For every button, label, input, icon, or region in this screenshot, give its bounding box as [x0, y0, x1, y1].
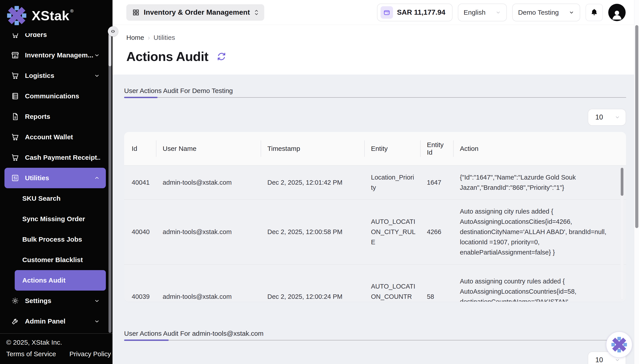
window-scrollbar[interactable]	[634, 0, 639, 364]
app-switcher-label: Inventory & Order Management	[144, 8, 250, 16]
tab-underline	[124, 340, 626, 341]
table-header-row: Id User Name Timestamp Entity Entity Id …	[124, 132, 626, 165]
xstak-widget-badge[interactable]	[606, 332, 632, 358]
section-admin-tools-audit: User Actions Audit For admin-tools@xstak…	[124, 330, 626, 364]
sidebar-scrollbar-thumb[interactable]	[109, 33, 111, 66]
sidebar-item-bulk-process-jobs[interactable]: Bulk Process Jobs	[0, 229, 106, 250]
wallet-balance[interactable]: SAR 11,177.94	[377, 4, 453, 21]
sidebar-item-settings[interactable]: Settings	[0, 290, 106, 311]
chevron-down-icon	[94, 72, 100, 79]
breadcrumb-utilities[interactable]: Utilities	[153, 34, 175, 42]
sidebar-item-cash-payment-receipt[interactable]: Cash Payment Receipt...	[0, 147, 106, 168]
cell-action: Auto assigning city rules added { AutoAs…	[460, 206, 608, 258]
sidebar-footer: © 2025, XStak Inc. Terms of Service Priv…	[0, 333, 113, 364]
chevron-down-icon	[495, 10, 501, 15]
page-size-select[interactable]: 10	[588, 109, 626, 126]
column-header-id[interactable]: Id	[124, 132, 156, 165]
section-demo-testing-audit: User Actions Audit For Demo Testing 10 I…	[124, 87, 626, 302]
tab-user-actions-audit-admin-tools[interactable]: User Actions Audit For admin-tools@xstak…	[124, 330, 264, 337]
breadcrumb-chevron-icon: ›	[148, 34, 150, 42]
tab-divider-line	[124, 340, 626, 340]
table-row[interactable]: 40039 admin-tools@xstak.com Dec 2, 2025,…	[124, 264, 626, 302]
column-header-user-name[interactable]: User Name	[156, 132, 261, 165]
sidebar-item-account-wallet[interactable]: Account Wallet	[0, 127, 106, 147]
notifications-button[interactable]	[585, 4, 603, 21]
column-header-entity[interactable]: Entity	[364, 132, 420, 165]
cell-timestamp: Dec 2, 2025, 12:00:58 PM	[267, 227, 360, 237]
tenant-value: Demo Testing	[518, 9, 559, 16]
terms-of-service-link[interactable]: Terms of Service	[6, 350, 56, 358]
active-tab-indicator	[124, 340, 169, 341]
cell-timestamp: Dec 2, 2025, 12:01:42 PM	[267, 178, 360, 188]
chevron-up-icon	[94, 175, 100, 181]
tenant-select[interactable]: Demo Testing	[512, 4, 580, 21]
cell-entity-id: 1647	[427, 178, 449, 188]
chevron-down-icon	[94, 52, 100, 58]
app-switcher[interactable]: Inventory & Order Management	[126, 4, 264, 21]
column-header-entity-id[interactable]: Entity Id	[420, 132, 453, 165]
collapse-sidebar-icon	[110, 29, 116, 34]
language-value: English	[464, 9, 486, 16]
cell-id: 40041	[132, 178, 150, 188]
cell-user-name: admin-tools@xstak.com	[163, 178, 256, 188]
registered-mark: ®	[70, 8, 74, 13]
table-scrollbar-thumb[interactable]	[621, 168, 623, 196]
chevron-down-icon	[94, 298, 100, 304]
page-size-value: 10	[595, 113, 603, 121]
sidebar-scrollbar[interactable]	[109, 33, 111, 333]
sidebar-item-admin-panel[interactable]: Admin Panel	[0, 311, 106, 332]
cell-entity-id: 58	[427, 292, 449, 302]
column-header-action[interactable]: Action	[453, 132, 626, 165]
grid-icon	[132, 9, 140, 16]
sidebar-item-inventory-management[interactable]: Inventory Managem...	[0, 45, 106, 66]
breadcrumb: Home › Utilities	[126, 34, 639, 42]
breadcrumb-home[interactable]: Home	[126, 34, 144, 42]
sidebar-item-logistics[interactable]: Logistics	[0, 66, 106, 86]
sidebar-item-sku-search[interactable]: SKU Search	[0, 188, 106, 209]
window-scrollbar-thumb[interactable]	[635, 25, 638, 228]
cell-user-name: admin-tools@xstak.com	[163, 292, 256, 302]
sidebar-collapse-button[interactable]	[108, 26, 118, 36]
sidebar-item-communications[interactable]: Communications	[0, 86, 106, 106]
table-row[interactable]: 40040 admin-tools@xstak.com Dec 2, 2025,…	[124, 199, 626, 264]
cell-entity: AUTO_LOCATION_COUNTRY_RULE	[371, 282, 416, 302]
bell-icon	[590, 8, 598, 17]
content-area: User Actions Audit For Demo Testing 10 I…	[113, 74, 639, 364]
chevron-down-icon	[569, 10, 574, 15]
sidebar: XStak® Orders Inventory Managem... Logis…	[0, 0, 113, 364]
sidebar-item-reports[interactable]: Reports	[0, 106, 106, 127]
column-header-timestamp[interactable]: Timestamp	[261, 132, 364, 165]
table-scrollbar[interactable]	[620, 167, 624, 300]
topbar-right: SAR 11,177.94 English Demo Testing	[377, 4, 626, 21]
language-select[interactable]: English	[458, 4, 507, 21]
document-icon	[11, 112, 20, 121]
cell-user-name: admin-tools@xstak.com	[163, 227, 256, 237]
cart-icon	[11, 153, 20, 162]
cell-timestamp: Dec 2, 2025, 12:00:24 PM	[267, 292, 360, 302]
balance-amount: SAR 11,177.94	[397, 8, 445, 16]
xstak-flower-icon	[611, 336, 628, 353]
audit-table: Id User Name Timestamp Entity Entity Id …	[124, 132, 626, 302]
topbar: Inventory & Order Management SAR 11,177.…	[113, 0, 639, 25]
table-row[interactable]: 40041 admin-tools@xstak.com Dec 2, 2025,…	[124, 165, 626, 199]
copyright-text: © 2025, XStak Inc.	[6, 339, 113, 346]
cell-entity: Location_Priority	[371, 172, 416, 193]
brand-logo: XStak®	[0, 0, 113, 26]
refresh-icon[interactable]	[216, 52, 227, 62]
page-size-value: 10	[595, 356, 603, 364]
sidebar-item-utilities[interactable]: Utilities	[5, 168, 106, 188]
sidebar-item-sync-missing-order[interactable]: Sync Missing Order	[0, 209, 106, 229]
sidebar-item-actions-audit[interactable]: Actions Audit	[15, 270, 106, 290]
cell-entity: AUTO_LOCATION_CITY_RULE	[371, 217, 416, 247]
sidebar-item-orders[interactable]: Orders	[0, 33, 106, 45]
tab-user-actions-audit-demo-testing[interactable]: User Actions Audit For Demo Testing	[124, 87, 233, 94]
user-avatar[interactable]	[608, 4, 626, 21]
chevron-down-icon	[94, 318, 100, 324]
cell-action: {"Id":"1647","Name":"Lazurde Gold Souk J…	[460, 172, 608, 193]
cart-icon	[11, 71, 20, 80]
page-head: Home › Utilities Actions Audit	[113, 25, 639, 74]
screen: XStak® Orders Inventory Managem... Logis…	[0, 0, 639, 364]
cell-action: Auto assigning country rules added { Aut…	[460, 276, 608, 302]
privacy-policy-link[interactable]: Privacy Policy	[69, 350, 111, 358]
sidebar-item-customer-blacklist[interactable]: Customer Blacklist	[0, 250, 106, 270]
